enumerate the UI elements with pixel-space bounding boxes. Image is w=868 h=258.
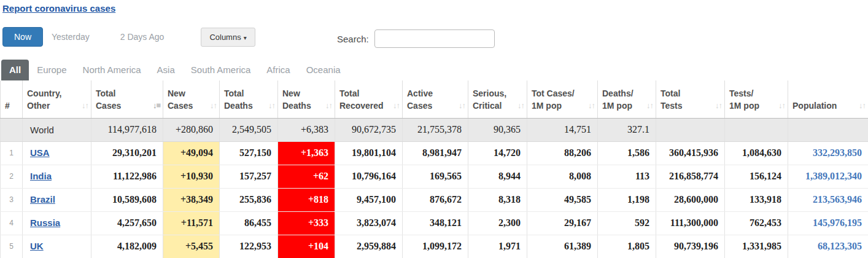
sort-icon: ↓↑ — [517, 100, 524, 112]
header-label-line: Total — [96, 87, 159, 100]
caret-down-icon: ▾ — [244, 34, 247, 41]
header-label-line: 1M pop — [602, 100, 652, 112]
table-header-row: #Country,Other↓↑TotalCases↓≡NewCases↓↑To… — [1, 80, 868, 118]
sort-icon: ↓↑ — [588, 100, 595, 112]
population-link[interactable]: 68,123,305 — [818, 241, 862, 251]
column-header-rank: # — [1, 80, 23, 118]
column-header-tot-cases-per-1m[interactable]: Tot Cases/1M pop↓↑ — [527, 80, 598, 118]
report-cases-link[interactable]: Report coronavirus cases — [2, 3, 115, 14]
column-header-country[interactable]: Country,Other↓↑ — [23, 80, 91, 118]
country-cell: India — [23, 165, 91, 188]
rank-cell — [1, 118, 23, 141]
header-label-line: Deaths/ — [602, 87, 652, 100]
column-header-deaths-per-1m[interactable]: Deaths/1M pop↓↑ — [598, 80, 656, 118]
cell-total-cases: 29,310,201 — [91, 141, 163, 165]
header-label-line: Total — [661, 87, 721, 100]
cell-serious-critical: 8,944 — [468, 165, 527, 188]
cell-active-cases: 348,121 — [403, 211, 468, 235]
cell-tests-per-1m: 1,084,630 — [725, 141, 788, 165]
cell-deaths-per-1m: 327.1 — [598, 118, 656, 141]
cell-population: 213,563,946 — [788, 188, 868, 211]
country-cell: World — [23, 118, 91, 141]
column-header-total-recovered[interactable]: TotalRecovered↓↑ — [335, 80, 403, 118]
cell-tot-cases-per-1m: 88,206 — [527, 141, 598, 165]
cell-active-cases: 21,755,378 — [403, 118, 468, 141]
cell-tot-cases-per-1m: 49,585 — [527, 188, 598, 211]
country-link-brazil[interactable]: Brazil — [30, 194, 55, 205]
cell-total-recovered: 3,823,074 — [335, 211, 403, 235]
cell-total-recovered: 2,959,884 — [335, 235, 403, 258]
columns-dropdown-button[interactable]: Columns▾ — [201, 28, 255, 47]
cell-deaths-per-1m: 1,586 — [598, 141, 656, 165]
tab-all[interactable]: All — [1, 60, 29, 80]
cell-total-deaths: 527,150 — [220, 141, 278, 165]
cell-total-recovered: 90,672,735 — [335, 118, 403, 141]
header-label-line: Deaths — [224, 100, 274, 112]
header-label-line: Active — [407, 87, 464, 100]
rank-cell: 3 — [1, 188, 23, 211]
population-link[interactable]: 213,563,946 — [813, 194, 862, 205]
header-label-line: Tot Cases/ — [532, 87, 594, 100]
tab-europe[interactable]: Europe — [29, 60, 74, 80]
country-link-india[interactable]: India — [30, 171, 52, 181]
cell-new-cases: +5,455 — [163, 235, 220, 258]
cell-new-cases: +49,094 — [163, 141, 220, 165]
country-cell: USA — [23, 141, 91, 165]
column-header-population[interactable]: Population↓↑ — [788, 80, 868, 118]
country-cell: Russia — [23, 211, 91, 235]
column-header-serious-critical[interactable]: Serious,Critical↓↑ — [468, 80, 527, 118]
rank-cell: 1 — [1, 141, 23, 165]
cell-total-tests: 216,858,774 — [656, 165, 725, 188]
cell-deaths-per-1m: 1,805 — [598, 235, 656, 258]
rank-cell: 4 — [1, 211, 23, 235]
population-link[interactable]: 1,389,012,340 — [805, 171, 862, 181]
sort-descending-icon: ↓≡ — [153, 100, 160, 112]
country-link-usa[interactable]: USA — [30, 147, 50, 158]
cell-population: 68,123,305 — [788, 235, 868, 258]
column-header-total-cases[interactable]: TotalCases↓≡ — [91, 80, 163, 118]
cell-total-cases: 4,182,009 — [91, 235, 163, 258]
cell-tests-per-1m: 1,331,985 — [725, 235, 788, 258]
cell-total-deaths: 86,455 — [220, 211, 278, 235]
column-header-tests-per-1m[interactable]: Tests/1M pop↓↑ — [725, 80, 788, 118]
header-label-line: 1M pop — [729, 100, 784, 112]
cell-new-cases: +11,571 — [163, 211, 220, 235]
column-header-total-deaths[interactable]: TotalDeaths↓↑ — [220, 80, 278, 118]
sort-icon: ↓↑ — [715, 100, 722, 112]
population-link[interactable]: 332,293,850 — [813, 147, 862, 158]
cell-serious-critical: 8,318 — [468, 188, 527, 211]
header-label-line: Other — [27, 100, 87, 112]
sort-icon: ↓↑ — [393, 100, 400, 112]
cell-total-cases: 4,257,650 — [91, 211, 163, 235]
two-days-ago-button[interactable]: 2 Days Ago — [112, 28, 173, 46]
column-header-new-cases[interactable]: NewCases↓↑ — [163, 80, 220, 118]
table-row: 3Brazil10,589,608+38,349255,836+8189,457… — [1, 188, 868, 211]
tab-africa[interactable]: Africa — [258, 60, 298, 80]
population-link[interactable]: 145,976,195 — [813, 217, 862, 228]
table-row: 1USA29,310,201+49,094527,150+1,36319,801… — [1, 141, 868, 165]
cell-total-recovered: 10,796,164 — [335, 165, 403, 188]
yesterday-button[interactable]: Yesterday — [43, 28, 98, 46]
search-input[interactable] — [374, 29, 495, 48]
cell-tot-cases-per-1m: 14,751 — [527, 118, 598, 141]
cell-tests-per-1m: 156,124 — [725, 165, 788, 188]
cell-total-cases: 114,977,618 — [91, 118, 163, 141]
sort-icon: ↓↑ — [82, 100, 88, 112]
column-header-active-cases[interactable]: ActiveCases↓↑ — [403, 80, 468, 118]
tab-north-america[interactable]: North America — [75, 60, 149, 80]
tab-asia[interactable]: Asia — [149, 60, 183, 80]
now-button[interactable]: Now — [2, 27, 43, 47]
header-label-line: Tests/ — [729, 87, 784, 100]
table-header: #Country,Other↓↑TotalCases↓≡NewCases↓↑To… — [1, 80, 868, 118]
tab-south-america[interactable]: South America — [183, 60, 259, 80]
header-label-line: Critical — [473, 100, 523, 112]
cell-active-cases: 876,672 — [403, 188, 468, 211]
country-link-uk[interactable]: UK — [30, 241, 44, 251]
country-link-russia[interactable]: Russia — [30, 217, 60, 228]
column-header-new-deaths[interactable]: NewDeaths↓↑ — [278, 80, 335, 118]
tab-oceania[interactable]: Oceania — [298, 60, 349, 80]
cell-total-tests: 28,600,000 — [656, 188, 725, 211]
cell-new-deaths: +1,363 — [278, 141, 335, 165]
column-header-total-tests[interactable]: TotalTests↓↑ — [656, 80, 725, 118]
cell-deaths-per-1m: 592 — [598, 211, 656, 235]
